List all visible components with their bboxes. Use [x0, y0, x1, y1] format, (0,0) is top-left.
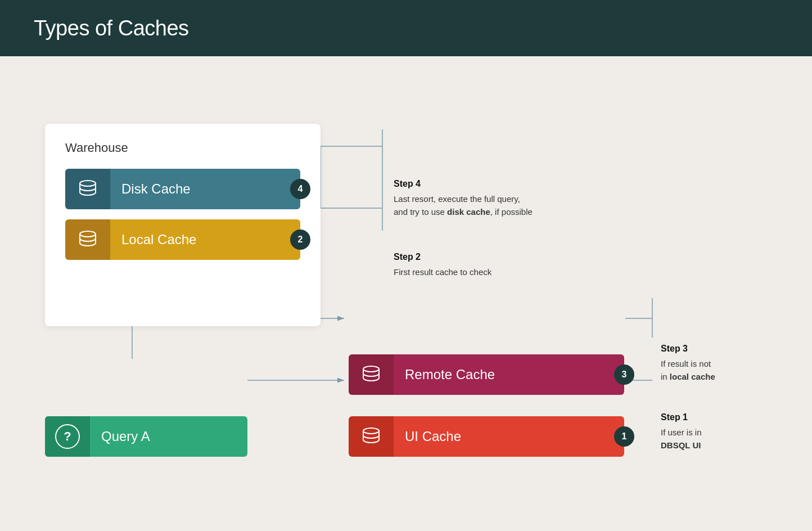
step3-desc: Step 3 If result is notin local cache [661, 342, 715, 383]
step2-desc: Step 2 First result cache to check [394, 250, 491, 279]
remote-cache-icon [349, 354, 394, 395]
svg-point-13 [363, 428, 379, 434]
disk-cache-step: 4 [290, 179, 310, 199]
step3-title: Step 3 [661, 342, 715, 356]
local-cache-icon [65, 219, 110, 260]
svg-point-11 [80, 231, 96, 237]
step4-title: Step 4 [394, 177, 533, 191]
step1-text: If user is inDBSQL UI [661, 428, 702, 450]
svg-point-10 [80, 181, 96, 186]
page-header: Types of Caches [0, 0, 812, 56]
query-box: ? Query A [45, 416, 247, 457]
local-cache-bar: Local Cache 2 [65, 219, 300, 260]
disk-cache-label: Disk Cache [110, 169, 300, 209]
disk-cache-icon [65, 169, 110, 209]
step1-title: Step 1 [661, 411, 702, 424]
main-content: Warehouse Disk Cache 4 Lo [0, 56, 812, 531]
step2-title: Step 2 [394, 250, 491, 264]
step1-desc: Step 1 If user is inDBSQL UI [661, 411, 702, 452]
svg-point-12 [363, 366, 379, 372]
local-cache-step: 2 [290, 230, 310, 250]
warehouse-box: Warehouse Disk Cache 4 Lo [45, 124, 321, 326]
query-label: Query A [90, 429, 150, 444]
disk-cache-bar: Disk Cache 4 [65, 169, 300, 209]
step4-text: Last resort, execute the full query,and … [394, 194, 533, 217]
step3-text: If result is notin local cache [661, 359, 715, 381]
question-icon: ? [55, 424, 80, 449]
query-icon: ? [45, 416, 90, 457]
local-cache-label: Local Cache [110, 219, 300, 260]
ui-cache-label: UI Cache [394, 416, 624, 457]
step4-desc: Step 4 Last resort, execute the full que… [394, 177, 533, 218]
ui-cache-step: 1 [614, 426, 634, 447]
ui-cache-bar: UI Cache 1 [349, 416, 624, 457]
step2-text: First result cache to check [394, 267, 491, 277]
page-title: Types of Caches [34, 16, 189, 40]
warehouse-label: Warehouse [65, 141, 300, 155]
remote-cache-bar: Remote Cache 3 [349, 354, 624, 395]
remote-cache-step: 3 [614, 364, 634, 385]
remote-cache-label: Remote Cache [394, 354, 624, 395]
ui-cache-icon [349, 416, 394, 457]
